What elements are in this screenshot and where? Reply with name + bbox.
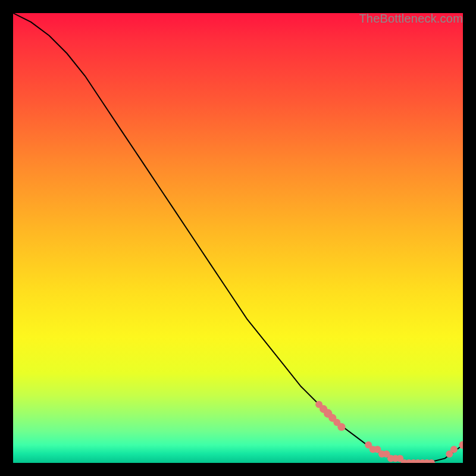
bottleneck-chart (13, 13, 463, 463)
data-marker (428, 459, 435, 463)
data-marker (337, 423, 345, 431)
bottleneck-curve (13, 13, 463, 463)
frame: TheBottleneck.com (0, 0, 476, 476)
data-marker (450, 446, 458, 453)
marker-layer (315, 401, 463, 463)
plot-area (13, 13, 463, 463)
